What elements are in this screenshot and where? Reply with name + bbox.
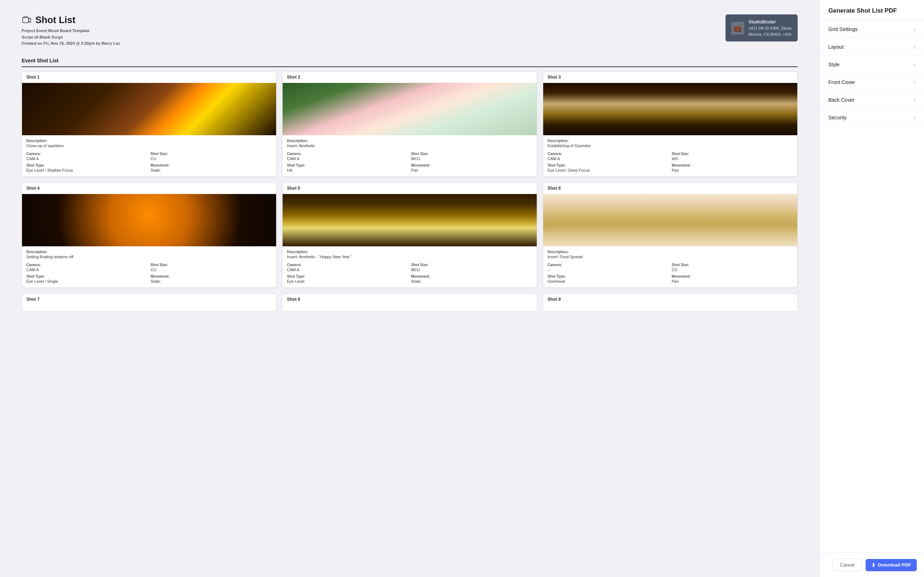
camera-4: Camera: CAM A — [26, 263, 148, 272]
partial-shot-card-8: Shot 8 — [282, 293, 537, 311]
shot-image-5 — [283, 194, 537, 246]
movement-3: Movement: Pan — [672, 163, 793, 173]
shot-header-2: Shot 2 — [283, 72, 537, 83]
partial-shot-card-9: Shot 9 — [543, 293, 798, 311]
shot-details-1: Description: Close-up of sparklers Camer… — [22, 135, 276, 176]
shot-header-5: Shot 5 — [283, 183, 537, 194]
detail-grid-6: Camera: – Shot Size: CU Shot Type: Overh… — [548, 263, 793, 284]
shots-grid-1: Shot 1 Description: Close-up of sparkler… — [22, 71, 798, 177]
download-icon: ⬇ — [871, 562, 876, 568]
meta-created: Created on Fri, Nov 15, 2024 @ 2:20pm by… — [22, 40, 120, 47]
chevron-icon-grid-settings: › — [914, 26, 915, 32]
sidebar-title: Generate Shot List PDF — [828, 7, 915, 15]
shot-size-4: Shot Size: CU — [150, 263, 272, 272]
sidebar-label-security: Security — [828, 115, 847, 121]
description-row-6: Description: Insert: Food Spread — [548, 250, 793, 259]
shot-header-1: Shot 1 — [22, 72, 276, 83]
shot-details-5: Description: Insert: Aesthetic - "Happy … — [283, 246, 537, 287]
sidebar-item-front-cover[interactable]: Front Cover › — [820, 74, 924, 91]
chevron-icon-back-cover: › — [914, 97, 915, 103]
download-pdf-button[interactable]: ⬇ Download PDF — [866, 559, 917, 571]
shot-card-5: Shot 5 Description: Insert: Aesthetic - … — [282, 182, 537, 288]
shot-header-4: Shot 4 — [22, 183, 276, 194]
sidebar-item-style[interactable]: Style › — [820, 56, 924, 74]
chevron-icon-front-cover: › — [914, 79, 915, 85]
movement-4: Movement: Static — [150, 274, 272, 284]
detail-grid-2: Camera: CAM A Shot Size: MCU Shot Type: … — [287, 152, 532, 173]
shot-type-5: Shot Type: Eye Level — [287, 274, 408, 284]
partial-shot-header-7: Shot 7 — [22, 294, 276, 305]
sidebar-label-grid-settings: Grid Settings — [828, 26, 858, 32]
sidebar-footer: Cancel ⬇ Download PDF — [820, 553, 924, 577]
download-label: Download PDF — [878, 562, 911, 567]
detail-grid-1: Camera: CAM A Shot Size: CU Shot Type: E… — [26, 152, 272, 173]
detail-grid-3: Camera: CAM A Shot Size: WS Shot Type: E… — [548, 152, 793, 173]
sidebar-item-security[interactable]: Security › — [820, 109, 924, 127]
camera-1: Camera: CAM A — [26, 152, 148, 161]
detail-grid-4: Camera: CAM A Shot Size: CU Shot Type: E… — [26, 263, 272, 284]
movement-6: Movement: Pan — [672, 274, 793, 284]
shot-card-1: Shot 1 Description: Close-up of sparkler… — [22, 71, 276, 177]
partial-shot-header-8: Shot 8 — [283, 294, 537, 305]
shot-size-5: Shot Size: MCU — [411, 263, 532, 272]
shot-image-6 — [543, 194, 797, 246]
company-icon: 💼 — [731, 22, 744, 35]
sidebar-item-layout[interactable]: Layout › — [820, 38, 924, 56]
shotlist-icon — [22, 15, 32, 25]
sidebar-item-back-cover[interactable]: Back Cover › — [820, 91, 924, 109]
company-address2: Monica, CA 90401, USA — [749, 31, 792, 37]
shot-type-2: Shot Type: HA — [287, 163, 408, 173]
shot-type-6: Shot Type: Overhead — [548, 274, 669, 284]
movement-1: Movement: Static — [150, 163, 272, 173]
camera-3: Camera: CAM A — [548, 152, 669, 161]
shot-type-3: Shot Type: Eye Level / Deep Focus — [548, 163, 669, 173]
sidebar-header: Generate Shot List PDF — [820, 0, 924, 21]
sidebar-label-layout: Layout — [828, 44, 843, 50]
sidebar-label-back-cover: Back Cover — [828, 97, 855, 103]
shot-card-6: Shot 6 Description: Insert: Food Spread … — [543, 182, 798, 288]
section-title: Event Shot List — [22, 58, 798, 67]
company-address1: 1411 5th St #406, Santa — [749, 25, 792, 31]
partial-shot-row: Shot 7 Shot 8 Shot 9 — [22, 293, 798, 311]
movement-2: Movement: Pan — [411, 163, 532, 173]
partial-shot-header-9: Shot 9 — [543, 294, 797, 305]
shot-image-1 — [22, 83, 276, 135]
sidebar-label-front-cover: Front Cover — [828, 79, 855, 85]
detail-grid-5: Camera: CAM A Shot Size: MCU Shot Type: … — [287, 263, 532, 284]
description-row-2: Description: Insert: Aesthetic — [287, 139, 532, 148]
chevron-icon-style: › — [914, 62, 915, 68]
shot-type-1: Shot Type: Eye Level / Shallow Focus — [26, 163, 148, 173]
shot-details-6: Description: Insert: Food Spread Camera:… — [543, 246, 797, 287]
shot-card-2: Shot 2 Description: Insert: Aesthetic Ca… — [282, 71, 537, 177]
description-row-1: Description: Close-up of sparklers — [26, 139, 272, 148]
meta-script: Script v0 Blank Script — [22, 34, 120, 41]
shot-image-2 — [283, 83, 537, 135]
shot-type-4: Shot Type: Eye Level / Single — [26, 274, 148, 284]
company-info: StudioBinder 1411 5th St #406, Santa Mon… — [749, 19, 792, 37]
shot-size-6: Shot Size: CU — [672, 263, 793, 272]
company-name: StudioBinder — [749, 19, 792, 25]
description-row-5: Description: Insert: Aesthetic - "Happy … — [287, 250, 532, 259]
shot-image-4 — [22, 194, 276, 246]
camera-5: Camera: CAM A — [287, 263, 408, 272]
header-left: Shot List Project Event Mood Board Templ… — [22, 15, 120, 47]
camera-6: Camera: – — [548, 263, 669, 272]
meta-project: Project Event Mood Board Template — [22, 28, 120, 34]
shot-size-1: Shot Size: CU — [150, 152, 272, 161]
sidebar-item-grid-settings[interactable]: Grid Settings › — [820, 21, 924, 38]
description-row-4: Description: Setting floating lanterns o… — [26, 250, 272, 259]
header: Shot List Project Event Mood Board Templ… — [22, 15, 798, 47]
description-row-3: Description: Establishing of Gazeebo — [548, 139, 793, 148]
shot-header-3: Shot 3 — [543, 72, 797, 83]
shot-size-3: Shot Size: WS — [672, 152, 793, 161]
title-row: Shot List — [22, 15, 120, 26]
cancel-button[interactable]: Cancel — [832, 559, 862, 571]
page-title: Shot List — [36, 15, 76, 26]
sidebar-label-style: Style — [828, 62, 840, 68]
sidebar: Generate Shot List PDF Grid Settings › L… — [819, 0, 924, 577]
camera-2: Camera: CAM A — [287, 152, 408, 161]
main-content: Shot List Project Event Mood Board Templ… — [0, 0, 819, 577]
partial-shot-card-7: Shot 7 — [22, 293, 276, 311]
company-card: 💼 StudioBinder 1411 5th St #406, Santa M… — [725, 15, 798, 42]
shot-details-3: Description: Establishing of Gazeebo Cam… — [543, 135, 797, 176]
